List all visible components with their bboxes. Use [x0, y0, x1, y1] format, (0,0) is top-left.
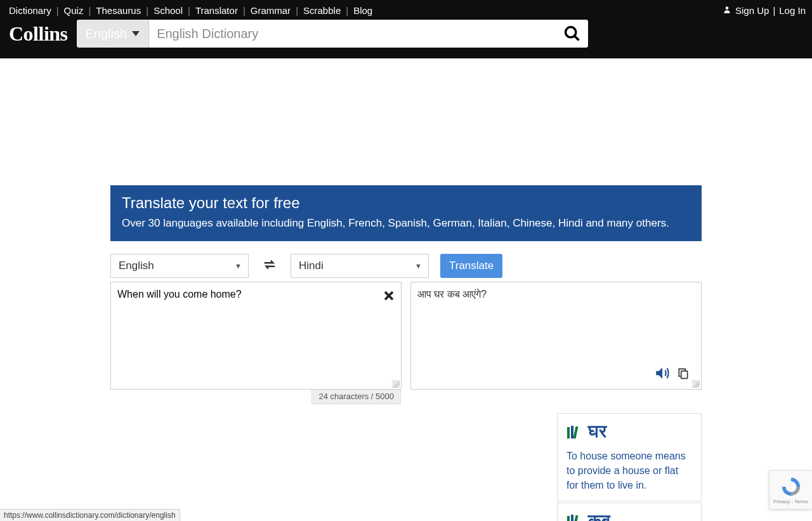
nav-sep: |: [88, 5, 91, 16]
clear-input-button[interactable]: [383, 287, 395, 305]
output-actions: [654, 365, 690, 384]
top-nav-row: Dictionary| Quiz| Thesaurus| School| Tra…: [6, 0, 806, 18]
top-bar: Dictionary| Quiz| Thesaurus| School| Tra…: [0, 0, 812, 58]
nav-grammar[interactable]: Grammar: [248, 5, 293, 16]
input-pane: [110, 282, 402, 390]
recaptcha-badge[interactable]: Privacy - Terms: [769, 470, 812, 510]
svg-rect-3: [681, 371, 688, 379]
search-icon: [563, 25, 581, 43]
recaptcha-icon: [780, 476, 802, 498]
svg-rect-7: [567, 516, 570, 521]
nav-sep: |: [296, 5, 298, 16]
translate-button[interactable]: Translate: [440, 254, 502, 278]
auth-links: Sign Up | Log In: [723, 5, 806, 16]
search-input[interactable]: [149, 20, 556, 48]
card-word: घर: [588, 421, 606, 442]
nav-sep: |: [188, 5, 190, 16]
nav-sep: |: [146, 5, 148, 16]
definition-cards: घर To house someone means to provide a h…: [557, 413, 702, 521]
source-language-select[interactable]: English ▼: [110, 254, 249, 278]
svg-line-2: [574, 36, 579, 41]
search-row: Collins English: [6, 18, 806, 49]
swap-languages-button[interactable]: [260, 255, 279, 277]
nav-sep: |: [346, 5, 348, 16]
books-icon: [566, 514, 582, 521]
status-bar-url: https://www.collinsdictionary.com/dictio…: [0, 509, 180, 521]
search-wrap: English: [77, 20, 588, 48]
signup-link[interactable]: Sign Up: [735, 5, 769, 16]
nav-thesaurus[interactable]: Thesaurus: [93, 5, 143, 16]
source-language-label: English: [119, 260, 154, 272]
definition-card[interactable]: कब You use when to ask: [557, 503, 702, 521]
nav-school[interactable]: School: [151, 5, 185, 16]
svg-rect-4: [567, 427, 570, 439]
caret-down-icon: [132, 31, 140, 36]
svg-rect-9: [573, 515, 579, 521]
login-link[interactable]: Log In: [779, 5, 806, 16]
top-nav-links: Dictionary| Quiz| Thesaurus| School| Tra…: [6, 5, 375, 16]
target-language-label: Hindi: [299, 260, 324, 272]
card-head: घर: [566, 421, 692, 442]
definition-card[interactable]: घर To house someone means to provide a h…: [557, 413, 702, 501]
nav-dictionary[interactable]: Dictionary: [6, 5, 54, 16]
hero-title: Translate your text for free: [122, 194, 690, 212]
char-count-row: 24 characters / 5000: [110, 390, 702, 404]
translator-panes: आप घर कब आएंगे?: [110, 282, 702, 390]
card-head: कब: [566, 511, 692, 521]
user-icon: [723, 5, 731, 16]
svg-point-0: [726, 6, 729, 10]
svg-rect-8: [571, 515, 573, 521]
char-count: 24 characters / 5000: [311, 390, 401, 404]
speaker-icon: [654, 365, 671, 381]
close-icon: [383, 290, 395, 301]
nav-sep: |: [56, 5, 59, 16]
svg-rect-5: [571, 426, 573, 439]
auth-sep: |: [773, 5, 775, 16]
speak-button[interactable]: [654, 365, 671, 384]
nav-quiz[interactable]: Quiz: [62, 5, 86, 16]
target-language-select[interactable]: Hindi ▼: [291, 254, 429, 278]
main-content: Translate your text for free Over 30 lan…: [110, 58, 702, 404]
books-icon: [566, 425, 582, 439]
card-definition: To house someone means to provide a hous…: [566, 449, 692, 493]
nav-sep: |: [243, 5, 246, 16]
chevron-down-icon: ▼: [235, 262, 242, 270]
hero-subtitle: Over 30 languages available including En…: [122, 217, 690, 230]
nav-translator[interactable]: Translator: [193, 5, 240, 16]
swap-icon: [263, 258, 277, 272]
nav-scrabble[interactable]: Scrabble: [301, 5, 343, 16]
input-textarea[interactable]: [111, 282, 401, 389]
logo[interactable]: Collins: [9, 22, 68, 46]
hero-banner: Translate your text for free Over 30 lan…: [110, 185, 702, 241]
card-word: कब: [588, 511, 610, 521]
chevron-down-icon: ▼: [415, 262, 422, 270]
resize-handle[interactable]: [692, 380, 700, 388]
nav-blog[interactable]: Blog: [351, 5, 375, 16]
recaptcha-links: Privacy - Terms: [773, 499, 808, 505]
dictionary-language-label: English: [86, 27, 128, 41]
search-button[interactable]: [556, 20, 588, 48]
svg-point-1: [565, 27, 575, 37]
copy-icon: [677, 367, 690, 379]
dictionary-language-select[interactable]: English: [77, 20, 150, 48]
resize-handle[interactable]: [392, 380, 400, 388]
translator-controls: English ▼ Hindi ▼ Translate: [110, 254, 702, 278]
svg-rect-6: [573, 426, 579, 438]
output-pane: आप घर कब आएंगे?: [410, 282, 702, 390]
copy-button[interactable]: [677, 367, 690, 382]
